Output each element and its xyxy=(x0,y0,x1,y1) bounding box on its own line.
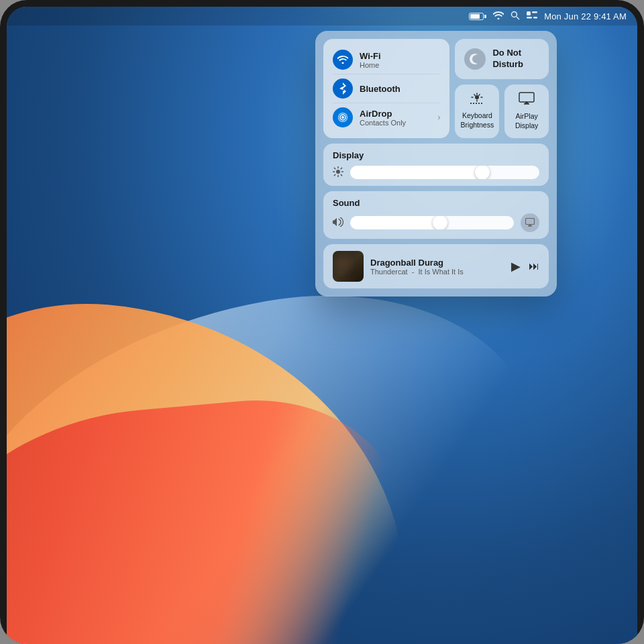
svg-line-14 xyxy=(474,95,475,95)
keyboard-brightness-icon xyxy=(469,93,485,108)
display-title: Display xyxy=(333,150,539,160)
small-buttons-row: KeyboardBrightness AirPlayDisplay xyxy=(455,85,549,138)
search-icon[interactable] xyxy=(511,11,520,22)
album-art xyxy=(333,251,364,282)
svg-point-0 xyxy=(512,11,517,17)
play-button[interactable]: ▶ xyxy=(511,259,521,274)
svg-rect-22 xyxy=(519,93,534,102)
sound-title: Sound xyxy=(333,198,539,208)
svg-line-32 xyxy=(334,174,335,175)
bluetooth-item[interactable]: Bluetooth xyxy=(333,74,440,103)
playback-controls: ▶ ⏭ xyxy=(511,259,539,274)
svg-rect-5 xyxy=(533,17,537,19)
airdrop-subtitle: Contacts Only xyxy=(360,119,431,127)
menubar-right: Mon Jun 22 9:41 AM xyxy=(469,11,627,22)
svg-rect-4 xyxy=(527,17,532,19)
airplay-display-label: AirPlayDisplay xyxy=(515,112,538,130)
svg-line-29 xyxy=(334,168,335,168)
track-artist: Thundercat - It Is What It Is xyxy=(370,268,504,276)
menubar: Mon Jun 22 9:41 AM xyxy=(7,7,637,25)
airdrop-label: AirDrop xyxy=(360,109,431,119)
svg-rect-18 xyxy=(476,103,477,104)
now-playing-section: Dragonball Durag Thundercat - It Is What… xyxy=(323,244,549,288)
cc-top-row: Wi-Fi Home Bluetooth xyxy=(323,39,549,138)
bluetooth-circle-icon xyxy=(333,78,353,99)
volume-icon xyxy=(333,217,343,229)
svg-point-9 xyxy=(475,95,479,99)
airplay-display-button[interactable]: AirPlayDisplay xyxy=(504,85,549,138)
do-not-disturb-label: Do NotDisturb xyxy=(492,48,523,70)
svg-line-15 xyxy=(479,95,480,95)
screen: Mon Jun 22 9:41 AM xyxy=(7,7,637,644)
display-slider[interactable] xyxy=(350,166,539,179)
cc-right-column: Do NotDisturb xyxy=(455,39,549,138)
battery-icon[interactable] xyxy=(469,13,486,20)
sound-airplay-icon[interactable] xyxy=(521,213,539,232)
bluetooth-text: Bluetooth xyxy=(360,84,440,94)
network-panel: Wi-Fi Home Bluetooth xyxy=(323,39,449,138)
svg-rect-19 xyxy=(478,103,480,104)
svg-rect-16 xyxy=(470,103,472,104)
sound-slider-row xyxy=(333,213,539,232)
sound-section: Sound xyxy=(323,191,549,239)
display-section: Display xyxy=(323,144,549,186)
keyboard-brightness-label: KeyboardBrightness xyxy=(461,111,494,129)
track-title: Dragonball Durag xyxy=(370,258,504,268)
airplay-display-icon xyxy=(519,92,535,109)
device-frame: Mon Jun 22 9:41 AM xyxy=(0,0,644,644)
control-center-panel: Wi-Fi Home Bluetooth xyxy=(315,31,557,297)
wifi-item[interactable]: Wi-Fi Home xyxy=(333,46,440,74)
track-info: Dragonball Durag Thundercat - It Is What… xyxy=(370,258,504,276)
menubar-datetime: Mon Jun 22 9:41 AM xyxy=(544,11,627,21)
do-not-disturb-icon xyxy=(464,48,486,70)
wifi-label: Wi-Fi xyxy=(360,51,440,61)
svg-line-1 xyxy=(517,17,519,19)
svg-line-31 xyxy=(341,168,341,168)
display-slider-row xyxy=(333,166,539,179)
svg-point-24 xyxy=(336,170,340,174)
svg-rect-17 xyxy=(473,103,474,104)
svg-rect-20 xyxy=(481,103,482,104)
bluetooth-label: Bluetooth xyxy=(360,84,440,94)
svg-rect-33 xyxy=(526,219,535,225)
svg-rect-2 xyxy=(527,11,531,15)
svg-rect-3 xyxy=(532,11,537,13)
skip-forward-button[interactable]: ⏭ xyxy=(529,260,539,272)
brightness-icon xyxy=(333,166,343,179)
wifi-icon[interactable] xyxy=(493,11,504,21)
do-not-disturb-button[interactable]: Do NotDisturb xyxy=(455,39,549,79)
control-center-icon[interactable] xyxy=(527,11,537,21)
wifi-circle-icon xyxy=(333,50,353,70)
airdrop-item[interactable]: AirDrop Contacts Only › xyxy=(333,103,440,131)
airdrop-text: AirDrop Contacts Only xyxy=(360,109,431,127)
svg-point-8 xyxy=(341,116,344,119)
airdrop-chevron-icon: › xyxy=(437,113,440,122)
wifi-subtitle: Home xyxy=(360,61,440,69)
airdrop-circle-icon xyxy=(333,107,353,127)
sound-slider[interactable] xyxy=(350,216,514,229)
keyboard-brightness-button[interactable]: KeyboardBrightness xyxy=(455,85,499,138)
svg-line-30 xyxy=(341,174,341,175)
wifi-text: Wi-Fi Home xyxy=(360,51,440,69)
